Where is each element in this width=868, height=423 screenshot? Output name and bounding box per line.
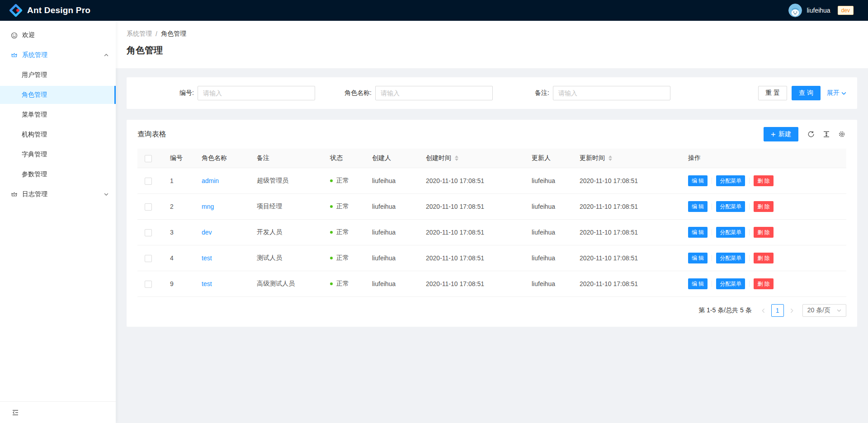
sidebar-item-param-mgmt[interactable]: 参数管理 — [0, 165, 116, 183]
next-page-icon[interactable] — [788, 308, 796, 313]
edit-button[interactable]: 编 辑 — [688, 227, 708, 238]
sidebar-item-role-mgmt[interactable]: 角色管理 — [0, 86, 116, 104]
assign-menu-button[interactable]: 分配菜单 — [716, 278, 745, 289]
table-row: 9 test 高级测试人员 正常 liufeihua 2020-11-10 17… — [137, 271, 846, 297]
sidebar-item-welcome[interactable]: 欢迎 — [0, 26, 116, 44]
role-name-link[interactable]: dev — [202, 229, 212, 236]
table-toolbar: 查询表格 新建 — [127, 120, 857, 149]
col-header-label: 更新时间 — [580, 154, 605, 161]
edit-button[interactable]: 编 辑 — [688, 278, 708, 289]
page-header: 系统管理 / 角色管理 角色管理 — [116, 21, 868, 68]
cell-updated-time: 2020-11-10 17:08:51 — [572, 245, 681, 271]
pagination: 第 1-5 条/总共 5 条 1 20 条/页 — [127, 297, 857, 327]
assign-menu-button[interactable]: 分配菜单 — [716, 175, 745, 186]
action-divider — [712, 203, 712, 210]
id-field[interactable] — [198, 86, 315, 100]
status-badge: 正常 — [330, 202, 358, 211]
col-header-creator: 创建人 — [365, 149, 419, 168]
role-name-link[interactable]: test — [202, 254, 212, 262]
row-checkbox[interactable] — [145, 203, 152, 211]
sidebar: 欢迎 系统管理 用户管理 角色管理 菜单管理 机构管理 字典管理 参数管理 — [0, 21, 116, 423]
sidebar-item-system[interactable]: 系统管理 — [0, 46, 116, 64]
sidebar-item-dict-mgmt[interactable]: 字典管理 — [0, 146, 116, 164]
action-divider — [712, 178, 712, 184]
edit-button[interactable]: 编 辑 — [688, 201, 708, 212]
new-button-label: 新建 — [778, 130, 791, 138]
cell-creator: liufeihua — [365, 194, 419, 220]
edit-button[interactable]: 编 辑 — [688, 253, 708, 263]
remark-field[interactable] — [553, 86, 670, 100]
col-header-id: 编号 — [163, 149, 194, 168]
delete-button[interactable]: 删 除 — [754, 227, 773, 238]
col-header-updater: 更新人 — [524, 149, 572, 168]
sidebar-item-org-mgmt[interactable]: 机构管理 — [0, 126, 116, 144]
row-checkbox[interactable] — [145, 255, 152, 262]
cell-creator: liufeihua — [365, 271, 419, 297]
chevron-down-icon — [104, 192, 108, 197]
action-divider — [749, 178, 750, 184]
assign-menu-button[interactable]: 分配菜单 — [716, 227, 745, 238]
sorter-icon[interactable] — [455, 155, 458, 161]
ant-design-logo-icon — [9, 4, 23, 17]
logo[interactable]: Ant Design Pro — [9, 4, 90, 17]
action-divider — [712, 255, 712, 261]
table-row: 1 admin 超级管理员 正常 liufeihua 2020-11-10 17… — [137, 168, 846, 194]
edit-button[interactable]: 编 辑 — [688, 175, 708, 186]
role-name-link[interactable]: mng — [202, 203, 214, 210]
delete-button[interactable]: 删 除 — [754, 253, 773, 263]
assign-menu-button[interactable]: 分配菜单 — [716, 253, 745, 263]
col-header-updated-time[interactable]: 更新时间 — [572, 149, 681, 168]
row-checkbox[interactable] — [145, 281, 152, 288]
cell-created-time: 2020-11-10 17:08:51 — [419, 271, 524, 297]
cell-created-time: 2020-11-10 17:08:51 — [419, 220, 524, 245]
role-name-link[interactable]: test — [202, 280, 212, 287]
sidebar-item-user-mgmt[interactable]: 用户管理 — [0, 66, 116, 84]
breadcrumb-parent[interactable]: 系统管理 — [127, 30, 152, 38]
sidebar-item-label: 角色管理 — [22, 91, 47, 99]
sidebar-item-menu-mgmt[interactable]: 菜单管理 — [0, 106, 116, 124]
action-divider — [749, 255, 750, 261]
sidebar-item-label: 机构管理 — [22, 131, 47, 139]
cell-created-time: 2020-11-10 17:08:51 — [419, 168, 524, 194]
row-checkbox[interactable] — [145, 229, 152, 236]
table-header-row: 编号 角色名称 备注 状态 创建人 创建时间 更新人 更新时间 操作 — [137, 149, 846, 168]
cell-id: 4 — [163, 245, 194, 271]
cell-remark: 高级测试人员 — [250, 271, 323, 297]
cell-remark: 开发人员 — [250, 220, 323, 245]
reset-button[interactable]: 重 置 — [758, 86, 787, 100]
roles-table: 编号 角色名称 备注 状态 创建人 创建时间 更新人 更新时间 操作 — [137, 149, 846, 297]
select-all-checkbox[interactable] — [145, 155, 152, 162]
row-checkbox[interactable] — [145, 178, 152, 185]
cell-updated-time: 2020-11-10 17:08:51 — [572, 168, 681, 194]
username[interactable]: liufeihua — [807, 7, 830, 14]
assign-menu-button[interactable]: 分配菜单 — [716, 201, 745, 212]
status-badge: 正常 — [330, 177, 358, 185]
prev-page-icon[interactable] — [759, 308, 768, 313]
user-avatar[interactable] — [788, 4, 802, 17]
delete-button[interactable]: 删 除 — [754, 201, 773, 212]
cell-updater: liufeihua — [524, 271, 572, 297]
settings-gear-icon[interactable] — [837, 130, 846, 139]
sidebar-item-label: 系统管理 — [22, 51, 47, 59]
table-card: 查询表格 新建 — [127, 120, 857, 327]
status-dot-icon — [330, 179, 333, 182]
delete-button[interactable]: 删 除 — [754, 278, 773, 289]
role-name-field[interactable] — [375, 86, 493, 100]
page-size-select[interactable]: 20 条/页 — [802, 304, 846, 317]
query-button[interactable]: 查 询 — [792, 86, 821, 100]
role-name-link[interactable]: admin — [202, 177, 219, 184]
cell-updater: liufeihua — [524, 220, 572, 245]
col-header-created-time[interactable]: 创建时间 — [419, 149, 524, 168]
chevron-down-icon — [837, 308, 841, 313]
menu-fold-icon[interactable] — [11, 408, 20, 417]
delete-button[interactable]: 删 除 — [754, 175, 773, 186]
smile-icon — [11, 32, 18, 39]
page-number-1[interactable]: 1 — [771, 304, 784, 317]
sorter-icon[interactable] — [609, 155, 612, 161]
action-divider — [749, 203, 750, 210]
reload-icon[interactable] — [807, 130, 816, 139]
sidebar-item-logs[interactable]: 日志管理 — [0, 185, 116, 203]
column-height-icon[interactable] — [822, 130, 831, 139]
new-button[interactable]: 新建 — [764, 127, 798, 141]
expand-link[interactable]: 展开 — [827, 89, 846, 97]
